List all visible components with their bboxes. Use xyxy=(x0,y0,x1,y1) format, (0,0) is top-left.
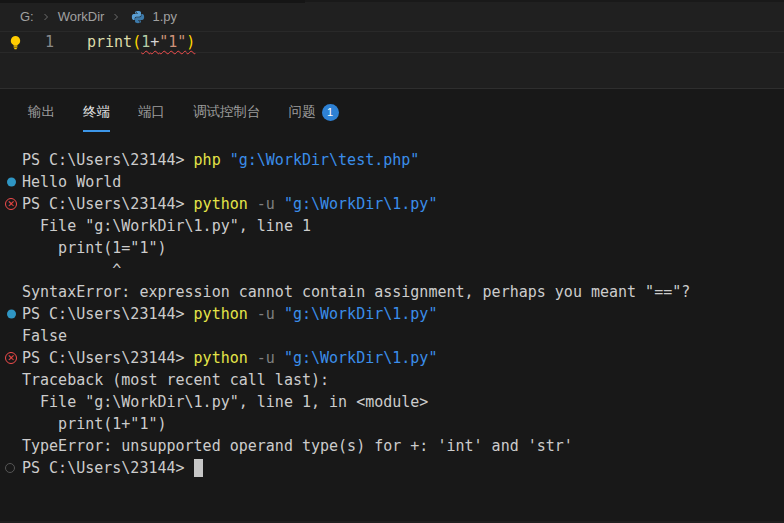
code-token: 1 xyxy=(141,33,150,51)
terminal-text: Hello World xyxy=(22,173,121,191)
python-file-icon xyxy=(131,10,145,24)
tab-label: 端口 xyxy=(138,103,165,121)
breadcrumb-drive[interactable]: G: xyxy=(20,9,34,24)
tab-label: 调试控制台 xyxy=(193,103,261,121)
terminal-text: -u xyxy=(257,349,275,367)
terminal-text: TypeError: unsupported operand type(s) f… xyxy=(22,437,573,455)
panel-tab-bar: 输出终端端口调试控制台问题1 xyxy=(0,89,784,137)
terminal-line: ^ xyxy=(3,259,784,281)
terminal-text: php xyxy=(194,151,221,169)
terminal-text: File "g:\WorkDir\1.py", line 1 xyxy=(22,217,311,235)
breadcrumb-folder[interactable]: WorkDir xyxy=(58,9,105,24)
tab-label: 问题 xyxy=(289,103,316,121)
terminal-text: Traceback (most recent call last): xyxy=(22,371,329,389)
editor-code[interactable]: print(1+"1") xyxy=(87,33,195,51)
terminal-text: File "g:\WorkDir\1.py", line 1, in <modu… xyxy=(22,393,428,411)
lightbulb-icon[interactable] xyxy=(8,35,23,50)
tab-ports[interactable]: 端口 xyxy=(138,103,165,132)
problems-count-badge: 1 xyxy=(322,104,339,121)
terminal-text: -u xyxy=(257,305,275,323)
terminal-line: ✕PS C:\Users\23144> python -u "g:\WorkDi… xyxy=(3,193,784,215)
breadcrumb: G: WorkDir 1.py xyxy=(0,2,784,31)
terminal-text: PS C:\Users\23144> xyxy=(22,151,194,169)
terminal-text: SyntaxError: expression cannot contain a… xyxy=(22,283,690,301)
terminal-line: File "g:\WorkDir\1.py", line 1 xyxy=(3,215,784,237)
terminal-text xyxy=(221,151,230,169)
terminal-cursor xyxy=(194,459,203,477)
terminal-line: Hello World xyxy=(3,171,784,193)
terminal-text: "g:\WorkDir\1.py" xyxy=(284,349,438,367)
terminal-text: PS C:\Users\23144> xyxy=(22,459,194,477)
chevron-right-icon xyxy=(110,11,122,23)
terminal-output[interactable]: PS C:\Users\23144> php "g:\WorkDir\test.… xyxy=(0,137,784,521)
editor-background[interactable] xyxy=(0,53,784,88)
breadcrumb-file[interactable]: 1.py xyxy=(152,9,177,24)
terminal-text xyxy=(275,349,284,367)
terminal-text: python xyxy=(194,349,248,367)
chevron-right-icon xyxy=(40,11,52,23)
terminal-line: Traceback (most recent call last): xyxy=(3,369,784,391)
code-token: "1" xyxy=(159,33,186,51)
terminal-text xyxy=(248,349,257,367)
terminal-line: PS C:\Users\23144> python -u "g:\WorkDir… xyxy=(3,303,784,325)
editor-current-line: 1 print(1+"1") xyxy=(0,31,784,53)
tab-debug-console[interactable]: 调试控制台 xyxy=(193,103,261,132)
terminal-text xyxy=(275,195,284,213)
terminal-text: "g:\WorkDir\1.py" xyxy=(284,305,438,323)
code-token: print xyxy=(87,33,132,51)
active-editor-tab-edge xyxy=(0,0,305,3)
terminal-text: print(1+"1") xyxy=(22,415,167,433)
terminal-text: False xyxy=(22,327,67,345)
tab-label: 输出 xyxy=(28,103,55,121)
terminal-line: False xyxy=(3,325,784,347)
pending-decoration-icon[interactable] xyxy=(5,463,15,473)
code-token: + xyxy=(150,33,159,51)
terminal-line: PS C:\Users\23144> xyxy=(3,457,784,479)
error-decoration-icon[interactable]: ✕ xyxy=(5,352,17,364)
terminal-line: File "g:\WorkDir\1.py", line 1, in <modu… xyxy=(3,391,784,413)
tab-label: 终端 xyxy=(83,103,110,121)
terminal-text xyxy=(248,195,257,213)
terminal-line: print(1="1") xyxy=(3,237,784,259)
terminal-text: python xyxy=(194,305,248,323)
tab-output[interactable]: 输出 xyxy=(28,103,55,132)
bottom-panel: 输出终端端口调试控制台问题1 PS C:\Users\23144> php "g… xyxy=(0,88,784,521)
terminal-line: PS C:\Users\23144> php "g:\WorkDir\test.… xyxy=(3,149,784,171)
terminal-text: "g:\WorkDir\test.php" xyxy=(230,151,420,169)
terminal-text: -u xyxy=(257,195,275,213)
success-decoration-icon[interactable] xyxy=(7,310,16,319)
error-decoration-icon[interactable]: ✕ xyxy=(5,198,17,210)
tab-terminal[interactable]: 终端 xyxy=(83,103,110,132)
line-number: 1 xyxy=(30,33,54,51)
terminal-text: PS C:\Users\23144> xyxy=(22,349,194,367)
terminal-text xyxy=(275,305,284,323)
success-decoration-icon[interactable] xyxy=(7,178,16,187)
terminal-text: python xyxy=(194,195,248,213)
terminal-text: print(1="1") xyxy=(22,239,167,257)
terminal-line: ✕PS C:\Users\23144> python -u "g:\WorkDi… xyxy=(3,347,784,369)
terminal-line: print(1+"1") xyxy=(3,413,784,435)
terminal-text xyxy=(248,305,257,323)
code-token: ) xyxy=(186,33,195,51)
code-token: ( xyxy=(132,33,141,51)
terminal-text: PS C:\Users\23144> xyxy=(22,305,194,323)
terminal-text: ^ xyxy=(22,261,121,279)
terminal-line: SyntaxError: expression cannot contain a… xyxy=(3,281,784,303)
tab-problems[interactable]: 问题1 xyxy=(289,103,339,132)
terminal-text: "g:\WorkDir\1.py" xyxy=(284,195,438,213)
terminal-text: PS C:\Users\23144> xyxy=(22,195,194,213)
terminal-line: TypeError: unsupported operand type(s) f… xyxy=(3,435,784,457)
